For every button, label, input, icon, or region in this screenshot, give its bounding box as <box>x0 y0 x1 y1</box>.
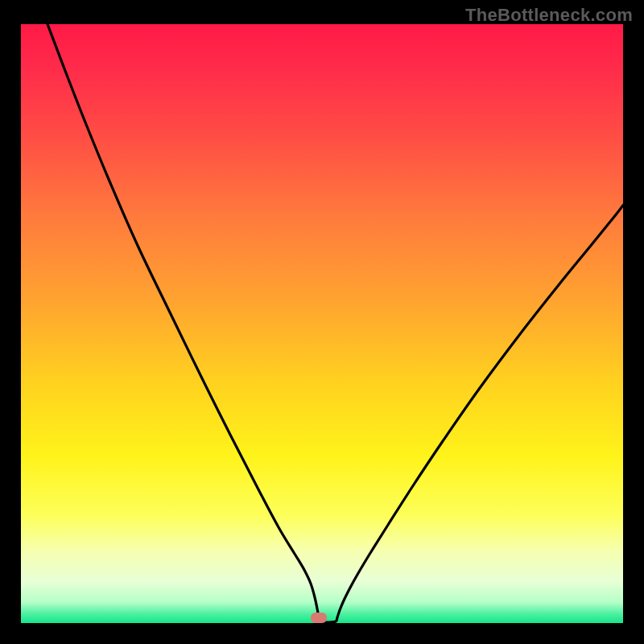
chart-frame: TheBottleneck.com <box>0 0 644 644</box>
plot-area <box>21 24 623 623</box>
watermark-text: TheBottleneck.com <box>465 5 633 26</box>
bottleneck-curve <box>21 24 623 623</box>
optimal-point-marker <box>311 613 327 623</box>
